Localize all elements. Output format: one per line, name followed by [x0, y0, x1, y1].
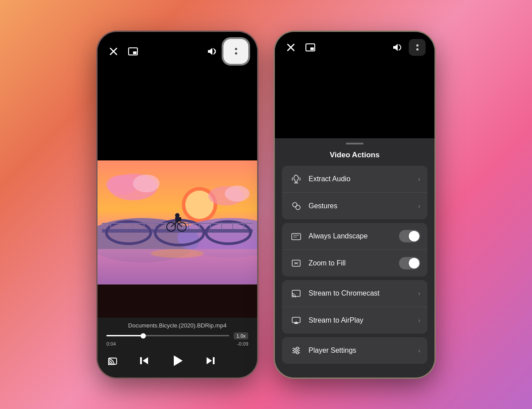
- extract-audio-icon: [289, 172, 303, 186]
- settings-icon: [289, 343, 303, 358]
- right-pip-button[interactable]: [303, 40, 317, 55]
- zoom-to-fill-label: Zoom to Fill: [309, 259, 399, 267]
- chromecast-chevron: ›: [418, 290, 420, 297]
- always-landscape-toggle[interactable]: [399, 230, 420, 242]
- svg-rect-45: [140, 357, 142, 364]
- menu-group-1: Extract Audio › Gestures ›: [282, 166, 427, 219]
- airplay-icon: [289, 313, 303, 327]
- seek-bar[interactable]: [106, 335, 229, 336]
- extract-audio-chevron: ›: [418, 175, 420, 183]
- svg-point-55: [296, 205, 300, 210]
- extract-audio-label: Extract Audio: [309, 175, 418, 183]
- svg-marker-47: [207, 357, 212, 364]
- chromecast-label: Stream to Chromecast: [309, 289, 418, 297]
- gestures-item[interactable]: Gestures ›: [282, 193, 427, 219]
- svg-rect-39: [178, 217, 181, 222]
- gestures-label: Gestures: [309, 202, 418, 210]
- svg-point-38: [175, 213, 180, 218]
- seek-thumb: [141, 333, 146, 339]
- left-phone: Documents.Bicycle.(2020).BDRip.mp4 1.0x …: [98, 32, 257, 378]
- chromecast-icon: [289, 286, 303, 300]
- zoom-to-fill-knob: [409, 258, 419, 269]
- always-landscape-knob: [409, 231, 419, 242]
- top-bar: [98, 32, 257, 71]
- right-close-button[interactable]: [284, 40, 298, 55]
- svg-point-8: [106, 175, 137, 195]
- video-frame: [98, 160, 257, 284]
- prev-button[interactable]: [136, 353, 152, 369]
- svg-rect-56: [292, 234, 301, 240]
- filename-label: Documents.Bicycle.(2020).BDRip.mp4: [106, 322, 248, 329]
- zoom-icon: [289, 256, 303, 270]
- player-controls: Documents.Bicycle.(2020).BDRip.mp4 1.0x …: [98, 318, 257, 378]
- pip-button[interactable]: [126, 44, 140, 58]
- gestures-icon: [289, 199, 303, 213]
- svg-point-41: [151, 249, 204, 258]
- svg-point-11: [225, 186, 250, 202]
- svg-marker-46: [174, 355, 183, 366]
- more-options-button-highlighted[interactable]: [223, 39, 248, 64]
- always-landscape-label: Always Landscape: [309, 232, 399, 240]
- svg-point-64: [297, 347, 299, 349]
- sheet-handle: [346, 143, 364, 144]
- svg-rect-52: [310, 47, 314, 50]
- right-video-area: [275, 32, 434, 138]
- right-phone: Video Actions Extract Audio ›: [275, 32, 434, 378]
- player-settings-label: Player Settings: [309, 347, 418, 354]
- landscape-icon: [289, 229, 303, 243]
- speed-badge[interactable]: 1.0x: [234, 332, 248, 339]
- current-time: 0:04: [106, 341, 116, 347]
- airplay-label: Stream to AirPlay: [309, 316, 418, 324]
- svg-rect-3: [133, 51, 137, 54]
- close-button[interactable]: [106, 44, 121, 58]
- play-button[interactable]: [168, 351, 187, 370]
- svg-point-66: [297, 351, 299, 354]
- svg-marker-44: [143, 357, 148, 364]
- player-settings-item[interactable]: Player Settings ›: [282, 337, 427, 364]
- chromecast-item[interactable]: Stream to Chromecast ›: [282, 280, 427, 307]
- svg-rect-48: [213, 357, 215, 364]
- airplay-chevron: ›: [418, 317, 420, 324]
- right-top-bar: [275, 32, 434, 63]
- svg-point-59: [292, 296, 293, 297]
- right-more-options-button[interactable]: [409, 39, 426, 56]
- svg-point-9: [133, 175, 160, 192]
- svg-point-65: [294, 349, 296, 351]
- menu-group-2: Always Landscape Zoom to Fill: [282, 223, 427, 277]
- bottom-sheet: Video Actions Extract Audio ›: [275, 138, 434, 378]
- seek-progress: [106, 335, 143, 336]
- sheet-title: Video Actions: [275, 147, 434, 166]
- extract-audio-item[interactable]: Extract Audio ›: [282, 166, 427, 193]
- right-volume-button[interactable]: [390, 40, 404, 55]
- menu-group-3: Stream to Chromecast › Stream to AirPlay…: [282, 280, 427, 334]
- next-button[interactable]: [203, 353, 219, 369]
- always-landscape-item[interactable]: Always Landscape: [282, 223, 427, 250]
- remaining-time: -0:09: [237, 341, 248, 347]
- airplay-item[interactable]: Stream to AirPlay ›: [282, 307, 427, 334]
- zoom-to-fill-item[interactable]: Zoom to Fill: [282, 250, 427, 277]
- video-area: [98, 32, 257, 284]
- menu-group-4: Player Settings ›: [282, 337, 427, 364]
- cast-button[interactable]: [106, 354, 121, 368]
- zoom-to-fill-toggle[interactable]: [399, 257, 420, 269]
- svg-rect-14: [102, 229, 253, 233]
- volume-button[interactable]: [205, 44, 219, 58]
- gestures-chevron: ›: [418, 203, 420, 210]
- player-settings-chevron: ›: [418, 347, 420, 354]
